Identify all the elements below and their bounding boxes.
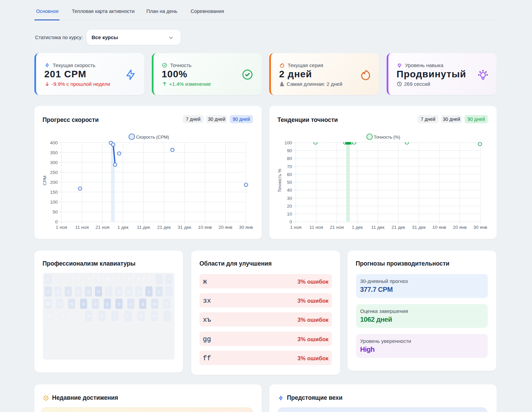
svg-text:21 дек: 21 дек: [391, 225, 405, 230]
svg-text:21 ноя: 21 ноя: [95, 225, 109, 230]
svg-text:200: 200: [50, 180, 58, 185]
svg-text:20: 20: [287, 204, 292, 209]
svg-text:20 янв: 20 янв: [453, 225, 467, 230]
svg-text:70: 70: [287, 164, 292, 169]
svg-text:11 ноя: 11 ноя: [309, 225, 323, 230]
svg-text:0: 0: [55, 219, 58, 224]
svg-text:20 янв: 20 янв: [219, 225, 232, 230]
svg-text:30 янв: 30 янв: [473, 225, 487, 230]
svg-text:1 дек: 1 дек: [352, 225, 363, 230]
svg-text:Точность %: Точность %: [277, 169, 282, 192]
svg-text:1 дек: 1 дек: [117, 225, 129, 230]
svg-text:Скорость (CPM): Скорость (CPM): [136, 134, 169, 140]
svg-text:60: 60: [287, 172, 292, 177]
svg-text:300: 300: [50, 160, 58, 165]
svg-text:350: 350: [50, 150, 58, 155]
svg-text:150: 150: [50, 190, 58, 195]
svg-text:0: 0: [289, 219, 292, 224]
svg-text:100: 100: [284, 140, 292, 145]
svg-text:21 дек: 21 дек: [157, 225, 171, 230]
svg-text:90: 90: [287, 148, 292, 153]
svg-text:10: 10: [287, 211, 292, 217]
svg-text:80: 80: [287, 156, 292, 161]
svg-text:31 дек: 31 дек: [412, 225, 425, 230]
svg-text:1 ноя: 1 ноя: [56, 225, 67, 230]
svg-text:30 янв: 30 янв: [239, 225, 253, 230]
svg-text:1 ноя: 1 ноя: [290, 225, 302, 230]
svg-text:10 янв: 10 янв: [432, 225, 446, 230]
svg-text:CPM: CPM: [43, 176, 47, 186]
svg-text:21 ноя: 21 ноя: [330, 225, 344, 230]
svg-text:50: 50: [287, 180, 292, 185]
svg-text:Точность (%): Точность (%): [374, 134, 400, 140]
svg-text:31 дек: 31 дек: [178, 225, 191, 230]
svg-text:10 янв: 10 янв: [198, 225, 212, 230]
svg-text:250: 250: [50, 170, 58, 175]
svg-text:100: 100: [50, 200, 58, 205]
svg-text:50: 50: [52, 209, 58, 215]
svg-text:11 дек: 11 дек: [137, 225, 150, 230]
svg-text:400: 400: [50, 140, 58, 145]
svg-text:11 ноя: 11 ноя: [75, 225, 89, 230]
svg-text:40: 40: [287, 188, 292, 193]
svg-text:11 дек: 11 дек: [371, 225, 384, 230]
svg-text:30: 30: [287, 196, 292, 201]
